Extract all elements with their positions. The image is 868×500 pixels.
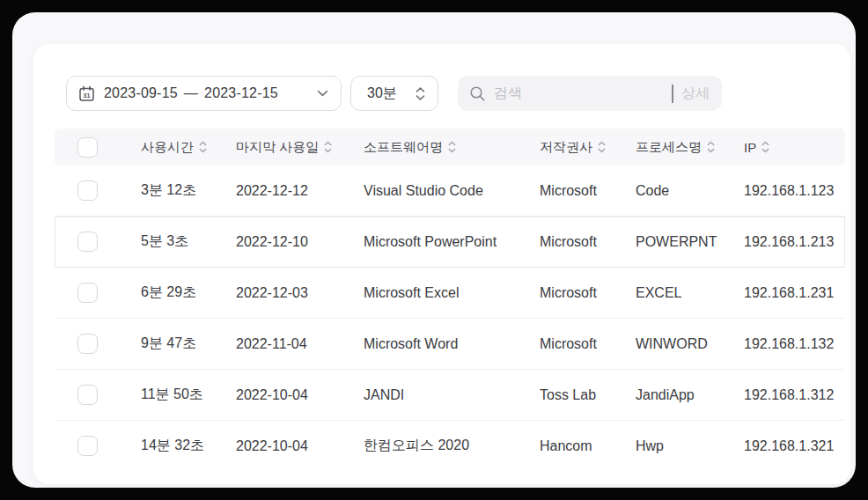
cell-process: Hwp [636, 438, 744, 454]
search-input[interactable] [494, 85, 668, 101]
row-checkbox[interactable] [77, 232, 98, 252]
cell-ip: 192.168.1.132 [744, 336, 845, 352]
search-divider [672, 85, 673, 103]
content-card: 31 2023-09-15 — 2023-12-15 30분 [33, 44, 850, 484]
column-header-ip[interactable]: IP [744, 140, 845, 155]
row-checkbox[interactable] [77, 180, 98, 201]
sort-arrows-icon [448, 141, 456, 153]
cell-software: 한컴오피스 2020 [364, 437, 540, 455]
toolbar: 31 2023-09-15 — 2023-12-15 30분 [33, 44, 850, 111]
cell-usage_time: 11분 50초 [141, 386, 236, 404]
date-range-end: 2023-12-15 [204, 85, 278, 101]
cell-last_used: 2022-12-12 [236, 183, 364, 199]
checkbox-cell [55, 180, 141, 201]
cell-ip: 192.168.1.312 [744, 387, 845, 403]
table-row[interactable]: 14분 32초2022-10-04한컴오피스 2020HancomHwp192.… [55, 421, 845, 471]
cell-usage_time: 5분 3초 [141, 232, 236, 251]
search-detail-button[interactable]: 상세 [681, 85, 710, 103]
cell-process: JandiApp [636, 387, 744, 403]
up-down-stepper-icon [416, 86, 425, 101]
cell-usage_time: 6분 29초 [141, 283, 236, 302]
column-header-last_used[interactable]: 마지막 사용일 [236, 139, 364, 156]
sort-arrows-icon [761, 141, 769, 153]
interval-value: 30분 [367, 85, 397, 103]
row-checkbox[interactable] [77, 334, 98, 354]
cell-software: Visual Studio Code [364, 183, 540, 199]
row-checkbox[interactable] [77, 385, 98, 405]
sort-arrows-icon [324, 141, 332, 153]
column-label: 프로세스명 [636, 139, 702, 156]
chevron-down-icon [317, 90, 328, 97]
sort-arrows-icon [598, 141, 606, 153]
search-icon [469, 85, 486, 102]
page-background: 31 2023-09-15 — 2023-12-15 30분 [12, 12, 856, 488]
checkbox-cell [55, 334, 141, 354]
table-body: 3분 12초2022-12-12Visual Studio CodeMicros… [55, 165, 845, 471]
checkbox-cell [55, 137, 141, 158]
cell-vendor: Microsoft [540, 234, 636, 250]
column-label: 마지막 사용일 [236, 139, 319, 156]
table-row[interactable]: 11분 50초2022-10-04JANDIToss LabJandiApp19… [55, 370, 845, 421]
usage-table: 사용시간마지막 사용일소프트웨어명저작권사프로세스명IP 3분 12초2022-… [55, 129, 845, 471]
column-header-vendor[interactable]: 저작권사 [540, 139, 636, 156]
cell-last_used: 2022-11-04 [236, 336, 364, 352]
cell-vendor: Hancom [540, 438, 636, 454]
cell-vendor: Microsoft [540, 336, 636, 352]
row-checkbox[interactable] [77, 436, 98, 456]
table-row[interactable]: 9분 47초2022-11-04Microsoft WordMicrosoftW… [55, 319, 845, 370]
cell-ip: 192.168.1.321 [744, 438, 845, 454]
svg-text:31: 31 [84, 92, 91, 98]
cell-process: Code [636, 183, 744, 199]
cell-vendor: Microsoft [540, 183, 636, 199]
cell-software: Microsoft Word [364, 336, 540, 352]
sort-arrows-icon [707, 141, 715, 153]
date-range-separator: — [184, 85, 198, 101]
cell-software: Microsoft PowerPoint [364, 234, 540, 250]
cell-software: Microsoft Excel [364, 285, 540, 301]
select-all-checkbox[interactable] [77, 137, 98, 158]
cell-software: JANDI [364, 387, 540, 403]
column-header-usage_time[interactable]: 사용시간 [141, 139, 236, 156]
column-label: 사용시간 [141, 139, 194, 156]
cell-usage_time: 9분 47초 [141, 335, 236, 353]
table-row[interactable]: 3분 12초2022-12-12Visual Studio CodeMicros… [55, 165, 845, 217]
checkbox-cell [55, 283, 141, 303]
column-header-software[interactable]: 소프트웨어명 [364, 139, 540, 156]
column-label: IP [744, 140, 756, 155]
calendar-icon: 31 [78, 85, 95, 102]
cell-vendor: Toss Lab [540, 387, 636, 403]
cell-process: EXCEL [636, 285, 744, 301]
cell-last_used: 2022-12-10 [236, 234, 364, 250]
table-row[interactable]: 5분 3초2022-12-10Microsoft PowerPointMicro… [55, 217, 845, 268]
column-label: 소프트웨어명 [364, 139, 443, 156]
cell-vendor: Microsoft [540, 285, 636, 301]
interval-select[interactable]: 30분 [350, 76, 438, 111]
cell-process: WINWORD [636, 336, 744, 352]
cell-last_used: 2022-10-04 [236, 387, 364, 403]
table-header: 사용시간마지막 사용일소프트웨어명저작권사프로세스명IP [55, 129, 845, 165]
date-range-picker[interactable]: 31 2023-09-15 — 2023-12-15 [66, 76, 342, 111]
cell-usage_time: 14분 32초 [141, 437, 236, 455]
cell-last_used: 2022-10-04 [236, 438, 364, 454]
cell-last_used: 2022-12-03 [236, 285, 364, 301]
cell-ip: 192.168.1.231 [744, 285, 845, 301]
table-row[interactable]: 6분 29초2022-12-03Microsoft ExcelMicrosoft… [55, 268, 845, 319]
row-checkbox[interactable] [77, 283, 98, 303]
cell-usage_time: 3분 12초 [141, 181, 236, 200]
checkbox-cell [55, 385, 141, 405]
checkbox-cell [55, 232, 141, 252]
checkbox-cell [55, 436, 141, 456]
cell-process: POWERPNT [636, 234, 744, 250]
cell-ip: 192.168.1.213 [744, 234, 845, 250]
sort-arrows-icon [199, 141, 207, 153]
search-box: 상세 [458, 76, 722, 111]
cell-ip: 192.168.1.123 [744, 183, 845, 199]
column-label: 저작권사 [540, 139, 592, 156]
column-header-process[interactable]: 프로세스명 [636, 139, 744, 156]
date-range-start: 2023-09-15 [104, 85, 178, 101]
